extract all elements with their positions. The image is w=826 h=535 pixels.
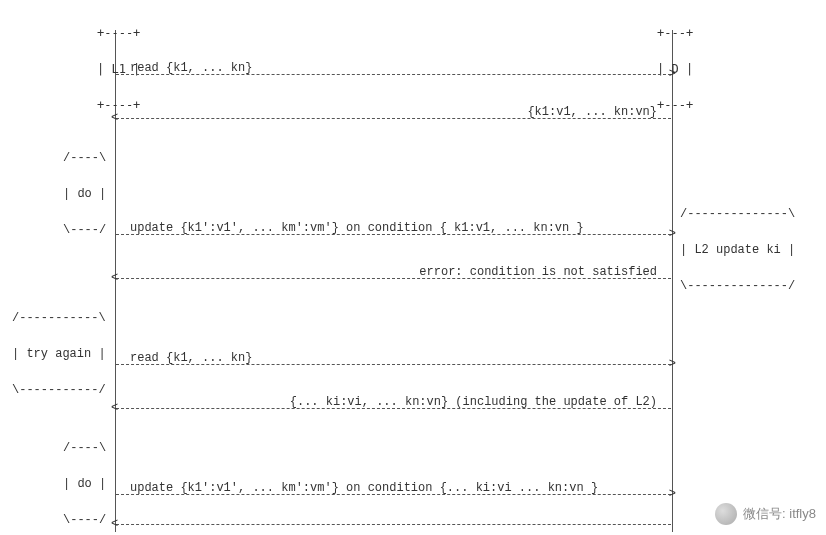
note-text: | L2 update ki | xyxy=(680,244,795,256)
msg-text: {k1:v1, ... kn:vn} xyxy=(527,105,657,119)
participant-d: +---+ | D | +---+ xyxy=(657,3,693,123)
wechat-icon xyxy=(715,503,737,525)
note-try-again: /-----------\ | try again | \-----------… xyxy=(12,288,106,408)
note-l2-update: /--------------\ | L2 update ki | \-----… xyxy=(680,184,795,304)
msg-read-1: read {k1, ... kn} xyxy=(116,74,671,75)
note-edge: \--------------/ xyxy=(680,280,795,292)
note-edge: /--------------\ xyxy=(680,208,795,220)
msg-text: update {k1':v1', ... km':vm'} on conditi… xyxy=(130,481,598,495)
note-edge: \-----------/ xyxy=(12,384,106,396)
note-text: | try again | xyxy=(12,348,106,360)
msg-text: error: condition is not satisfied xyxy=(419,265,657,279)
msg-text: {... ki:vi, ... kn:vn} (including the up… xyxy=(290,395,657,409)
note-edge: \----/ xyxy=(63,224,106,236)
note-do-2: /----\ | do | \----/ xyxy=(63,418,106,535)
msg-read-2: read {k1, ... kn} xyxy=(116,364,671,365)
watermark: 微信号: itfly8 xyxy=(715,503,816,525)
msg-update-1: update {k1':v1', ... km':vm'} on conditi… xyxy=(116,234,671,235)
box-edge: +---+ xyxy=(657,27,693,39)
msg-error: error: condition is not satisfied xyxy=(116,278,671,279)
note-edge: /----\ xyxy=(63,442,106,454)
watermark-text: 微信号: itfly8 xyxy=(743,505,816,523)
msg-text: read {k1, ... kn} xyxy=(130,61,252,75)
box-edge: +----+ xyxy=(97,27,140,39)
msg-read-reply-1: {k1:v1, ... kn:vn} xyxy=(116,118,671,119)
box-edge: +---+ xyxy=(657,99,693,111)
msg-update-2: update {k1':v1', ... km':vm'} on conditi… xyxy=(116,494,671,495)
box-edge: +----+ xyxy=(97,99,140,111)
msg-read-reply-2: {... ki:vi, ... kn:vn} (including the up… xyxy=(116,408,671,409)
note-edge: \----/ xyxy=(63,514,106,526)
note-edge: /----\ xyxy=(63,152,106,164)
note-do-1: /----\ | do | \----/ xyxy=(63,128,106,248)
msg-update-reply-2 xyxy=(116,524,671,525)
msg-text: read {k1, ... kn} xyxy=(130,351,252,365)
note-text: | do | xyxy=(63,188,106,200)
note-text: | do | xyxy=(63,478,106,490)
msg-text: update {k1':v1', ... km':vm'} on conditi… xyxy=(130,221,584,235)
note-edge: /-----------\ xyxy=(12,312,106,324)
